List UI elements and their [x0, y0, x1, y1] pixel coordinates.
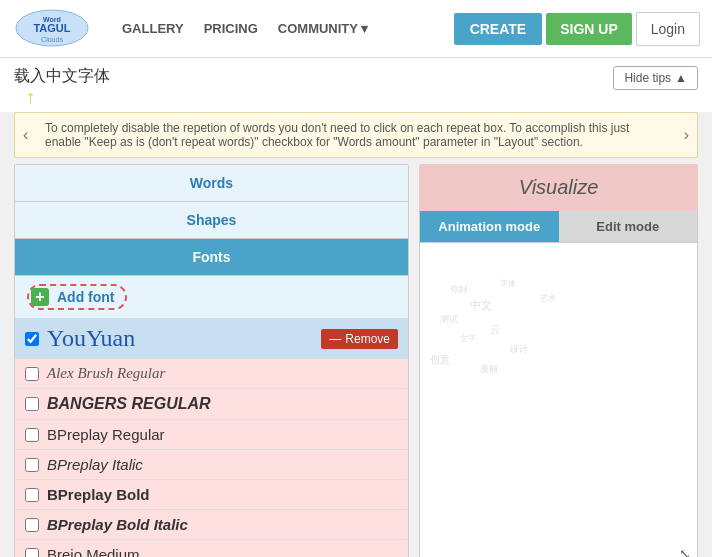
font-item-breio: Breio Medium	[15, 540, 408, 557]
faint-word-5: 云	[490, 323, 500, 337]
mode-tabs: Animation mode Edit mode	[419, 211, 698, 243]
font-name-alex: Alex Brush Regular	[47, 365, 398, 382]
remove-minus-icon: —	[329, 332, 341, 346]
hide-tips-button[interactable]: Hide tips ▲	[613, 66, 698, 90]
font-checkbox-bpreplay-ital[interactable]	[25, 458, 39, 472]
right-panel: Visualize Animation mode Edit mode 你好 中文…	[419, 164, 698, 557]
visualize-canvas: 你好 中文 字体 测试 云 文字 设计 创意 艺术 美丽 ⤡	[419, 243, 698, 557]
add-font-label: Add font	[57, 289, 115, 305]
faint-word-10: 美丽	[480, 363, 498, 376]
up-arrow-icon: ↑	[26, 87, 35, 108]
hide-tips-label: Hide tips	[624, 71, 671, 85]
font-checkbox-bangers[interactable]	[25, 397, 39, 411]
font-item-bpreplay-boldital: BPreplay Bold Italic	[15, 510, 408, 540]
tab-words[interactable]: Words	[15, 165, 408, 202]
font-item-alex: Alex Brush Regular	[15, 359, 408, 389]
faint-word-3: 字体	[500, 278, 516, 289]
font-item-bpreplay-ital: BPreplay Italic	[15, 450, 408, 480]
faint-word-4: 测试	[440, 313, 458, 326]
header: Word TAGUL Clouds GALLERY PRICING COMMUN…	[0, 0, 712, 58]
add-font-plus-icon: +	[31, 288, 49, 306]
faint-word-2: 中文	[470, 298, 492, 313]
svg-text:Clouds: Clouds	[41, 36, 63, 43]
font-item-bpreplay-reg: BPreplay Regular	[15, 420, 408, 450]
font-name-bpreplay-reg: BPreplay Regular	[47, 426, 398, 443]
logo-icon: Word TAGUL Clouds	[12, 6, 92, 51]
tab-shapes[interactable]: Shapes	[15, 202, 408, 239]
font-list-container[interactable]: + Add font YouYuan — Remove Alex Brush R…	[15, 276, 408, 557]
animation-mode-tab[interactable]: Animation mode	[420, 211, 559, 242]
tab-fonts[interactable]: Fonts	[15, 239, 408, 276]
tips-prev-icon[interactable]: ‹	[23, 126, 28, 144]
faint-word-9: 艺术	[540, 293, 556, 304]
create-button[interactable]: CREATE	[454, 13, 543, 45]
nav-links: GALLERY PRICING COMMUNITY ▾	[122, 21, 454, 36]
faint-word-1: 你好	[450, 283, 468, 296]
font-name-breio: Breio Medium	[47, 546, 398, 557]
remove-label: Remove	[345, 332, 390, 346]
font-name-bpreplay-ital: BPreplay Italic	[47, 456, 398, 473]
left-panel: Words Shapes Fonts + Add font YouYuan — …	[14, 164, 409, 557]
font-checkbox-bpreplay-reg[interactable]	[25, 428, 39, 442]
font-checkbox-bpreplay-bold[interactable]	[25, 488, 39, 502]
font-checkbox-youyuan[interactable]	[25, 332, 39, 346]
font-name-bpreplay-boldital: BPreplay Bold Italic	[47, 516, 398, 533]
signup-button[interactable]: SIGN UP	[546, 13, 632, 45]
font-checkbox-bpreplay-boldital[interactable]	[25, 518, 39, 532]
font-name-bangers: BANGERS REGULAR	[47, 395, 398, 413]
faint-word-7: 设计	[510, 343, 528, 356]
nav-community[interactable]: COMMUNITY ▾	[278, 21, 369, 36]
expand-icon[interactable]: ⤡	[679, 546, 691, 557]
add-font-dashed[interactable]: + Add font	[27, 284, 127, 310]
main-content: Words Shapes Fonts + Add font YouYuan — …	[0, 164, 712, 557]
tips-text: To completely disable the repetion of wo…	[45, 121, 667, 149]
chinese-label-bar: 载入中文字体 ↑ Hide tips ▲	[0, 58, 712, 112]
font-item-bpreplay-bold: BPreplay Bold	[15, 480, 408, 510]
chinese-text: 载入中文字体	[14, 66, 110, 87]
faint-word-8: 创意	[430, 353, 450, 367]
faint-word-6: 文字	[460, 333, 476, 344]
font-item-bangers: BANGERS REGULAR	[15, 389, 408, 420]
svg-text:TAGUL: TAGUL	[33, 22, 70, 34]
chinese-label: 载入中文字体 ↑	[14, 66, 110, 108]
font-name-youyuan: YouYuan	[47, 325, 321, 352]
font-checkbox-alex[interactable]	[25, 367, 39, 381]
hide-tips-arrow-icon: ▲	[675, 71, 687, 85]
remove-youyuan-button[interactable]: — Remove	[321, 329, 398, 349]
tips-bar: ‹ To completely disable the repetion of …	[14, 112, 698, 158]
login-button[interactable]: Login	[636, 12, 700, 46]
nav-pricing[interactable]: PRICING	[204, 21, 258, 36]
font-item-youyuan: YouYuan — Remove	[15, 319, 408, 359]
visualize-title: Visualize	[519, 176, 599, 198]
header-right: CREATE SIGN UP Login	[454, 12, 700, 46]
font-checkbox-breio[interactable]	[25, 548, 39, 558]
tips-next-icon[interactable]: ›	[684, 126, 689, 144]
add-font-row[interactable]: + Add font	[15, 276, 408, 319]
logo-area: Word TAGUL Clouds	[12, 6, 92, 51]
nav-gallery[interactable]: GALLERY	[122, 21, 184, 36]
visualize-header: Visualize	[419, 164, 698, 211]
edit-mode-tab[interactable]: Edit mode	[559, 211, 698, 242]
tab-row: Words Shapes Fonts	[15, 165, 408, 276]
font-name-bpreplay-bold: BPreplay Bold	[47, 486, 398, 503]
